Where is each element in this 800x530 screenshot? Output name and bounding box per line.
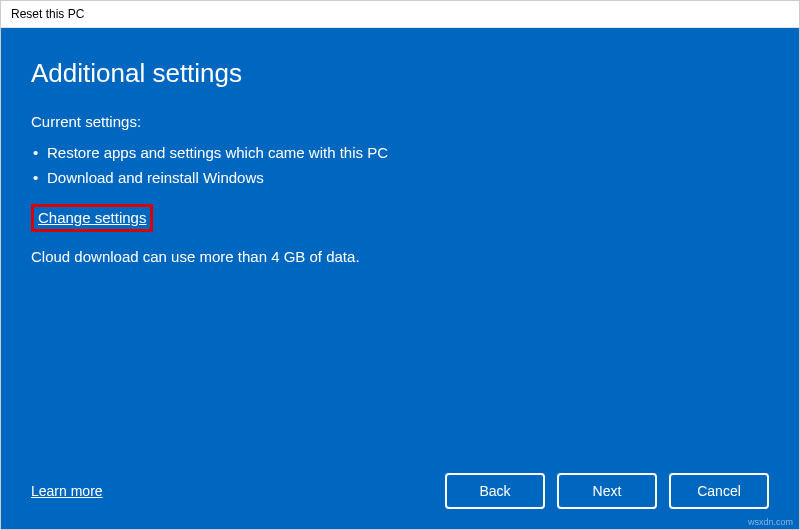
change-settings-highlight: Change settings bbox=[31, 204, 769, 232]
watermark: wsxdn.com bbox=[748, 517, 793, 527]
list-item: Download and reinstall Windows bbox=[31, 165, 769, 190]
page-heading: Additional settings bbox=[31, 58, 769, 89]
window-titlebar: Reset this PC bbox=[1, 1, 799, 28]
settings-list: Restore apps and settings which came wit… bbox=[31, 140, 769, 190]
button-row: Back Next Cancel bbox=[445, 473, 769, 509]
cancel-button[interactable]: Cancel bbox=[669, 473, 769, 509]
list-item: Restore apps and settings which came wit… bbox=[31, 140, 769, 165]
back-button[interactable]: Back bbox=[445, 473, 545, 509]
next-button[interactable]: Next bbox=[557, 473, 657, 509]
change-settings-link[interactable]: Change settings bbox=[38, 209, 146, 226]
learn-more-link[interactable]: Learn more bbox=[31, 483, 103, 499]
current-settings-label: Current settings: bbox=[31, 113, 769, 130]
footer: Learn more Back Next Cancel bbox=[31, 453, 769, 509]
data-usage-note: Cloud download can use more than 4 GB of… bbox=[31, 248, 769, 265]
reset-pc-window: Reset this PC Additional settings Curren… bbox=[0, 0, 800, 530]
content-area: Additional settings Current settings: Re… bbox=[1, 28, 799, 529]
window-title: Reset this PC bbox=[11, 7, 84, 21]
